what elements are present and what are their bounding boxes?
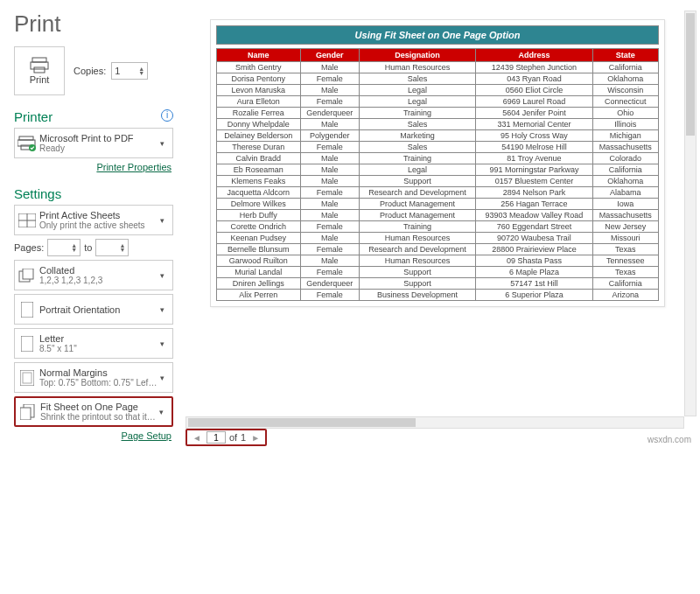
table-row: Donny WhelpdaleMaleSales331 Memorial Cen…	[217, 119, 659, 130]
table-cell: Female	[300, 96, 359, 108]
printer-heading: Printer i	[14, 109, 173, 124]
table-row: Murial LandalFemaleSupport6 Maple PlazaT…	[217, 267, 659, 278]
scaling-selector[interactable]: Fit Sheet on One Page Shrink the printou…	[14, 396, 173, 427]
table-cell: 95 Holy Cross Way	[476, 130, 593, 142]
table-row: Eb RoseamanMaleLegal991 Morningstar Park…	[217, 164, 659, 176]
svg-rect-2	[34, 67, 45, 73]
collation-selector[interactable]: Collated 1,2,3 1,2,3 1,2,3 ▾	[14, 260, 173, 290]
svg-rect-3	[19, 136, 33, 140]
collated-icon	[15, 269, 39, 283]
table-cell: Research and Development	[359, 187, 475, 199]
table-cell: 93903 Meadow Valley Road	[476, 210, 593, 221]
table-cell: Female	[300, 73, 359, 85]
table-cell: Iowa	[592, 199, 658, 210]
preview-table: NameGenderDesignationAddressState Smith …	[216, 48, 659, 301]
info-icon[interactable]: i	[161, 109, 173, 122]
table-title: Using Fit Sheet on One Page Option	[216, 25, 659, 45]
table-cell: 0560 Eliot Circle	[476, 85, 593, 96]
chevron-down-icon: ▾	[160, 139, 172, 148]
printer-selector[interactable]: Microsoft Print to PDF Ready ▾	[14, 128, 173, 158]
table-row: Bernelle BlunsumFemaleResearch and Devel…	[217, 244, 659, 255]
printer-name: Microsoft Print to PDF	[39, 133, 160, 143]
table-cell: Female	[300, 267, 359, 278]
table-cell: Dniren Jellings	[217, 278, 301, 290]
page-number-input[interactable]	[206, 431, 226, 444]
table-cell: Colorado	[592, 153, 658, 164]
orientation-selector[interactable]: Portrait Orientation ▾	[14, 294, 173, 325]
table-cell: Donny Whelpdale	[217, 119, 301, 130]
table-cell: 331 Memorial Center	[476, 119, 593, 130]
print-button-label: Print	[30, 74, 50, 85]
page-setup-link[interactable]: Page Setup	[14, 430, 172, 441]
printer-properties-link[interactable]: Printer Properties	[14, 162, 172, 172]
pages-label: Pages:	[14, 242, 44, 253]
copies-stepper[interactable]: 1 ▲▼	[111, 62, 148, 80]
chevron-down-icon: ▾	[159, 408, 172, 416]
table-row: Delmore WilkesMaleProduct Management256 …	[217, 199, 659, 210]
table-cell: Missouri	[592, 233, 658, 244]
table-cell: 6 Maple Plaza	[476, 267, 593, 278]
printer-icon	[30, 57, 49, 74]
table-row: Garwood RuiltonMaleHuman Resources09 Sha…	[217, 255, 659, 267]
table-cell: Human Resources	[359, 62, 475, 73]
table-cell: 09 Shasta Pass	[476, 255, 593, 267]
table-cell: Rozalie Ferrea	[217, 108, 301, 119]
table-cell: Jacquetta Aldcorn	[217, 187, 301, 199]
table-cell: Klemens Feaks	[217, 176, 301, 187]
table-cell: 28800 Prairieview Place	[476, 244, 593, 255]
svg-rect-1	[31, 62, 48, 69]
page-prev-icon[interactable]: ◄	[191, 433, 203, 443]
table-cell: Smith Gentry	[217, 62, 301, 73]
table-cell: Eb Roseaman	[217, 164, 301, 176]
page-total: 1	[241, 432, 246, 443]
table-cell: Delmore Wilkes	[217, 199, 301, 210]
svg-rect-17	[20, 408, 31, 420]
page-icon	[15, 336, 39, 352]
margins-icon	[15, 370, 39, 386]
table-cell: Human Resources	[359, 255, 475, 267]
pages-to-stepper[interactable]: ▲▼	[95, 239, 129, 256]
column-header: Address	[476, 49, 593, 62]
margins-selector[interactable]: Normal Margins Top: 0.75" Bottom: 0.75" …	[14, 362, 173, 393]
table-row: Keenan PudseyMaleHuman Resources90720 Wa…	[217, 233, 659, 244]
table-cell: Product Management	[359, 210, 475, 221]
table-cell: Male	[300, 164, 359, 176]
table-cell: Human Resources	[359, 233, 475, 244]
table-cell: Marketing	[359, 130, 475, 142]
table-cell: Massachusetts	[592, 142, 658, 153]
table-row: Levon MaruskaMaleLegal0560 Eliot CircleW…	[217, 85, 659, 96]
svg-rect-0	[32, 58, 46, 62]
paper-size-selector[interactable]: Letter 8.5" x 11" ▾	[14, 328, 173, 359]
table-cell: 2894 Nelson Park	[476, 187, 593, 199]
print-what-selector[interactable]: Print Active Sheets Only print the activ…	[14, 205, 173, 235]
sheets-icon	[15, 213, 39, 227]
table-row: Rozalie FerreaGenderqueerTraining5604 Je…	[217, 108, 659, 119]
page-navigator[interactable]: ◄ of 1 ►	[186, 429, 267, 446]
horizontal-scrollbar[interactable]	[186, 416, 684, 429]
print-button[interactable]: Print	[14, 46, 65, 95]
table-cell: Garwood Ruilton	[217, 255, 301, 267]
chevron-down-icon: ▾	[160, 374, 172, 382]
chevron-down-icon: ▾	[160, 271, 172, 280]
pages-to-label: to	[84, 242, 92, 253]
vertical-scrollbar[interactable]	[684, 10, 696, 416]
table-cell: Support	[359, 267, 475, 278]
table-cell: Wisconsin	[592, 85, 658, 96]
pages-from-stepper[interactable]: ▲▼	[47, 239, 80, 256]
printer-status: Ready	[39, 143, 160, 154]
table-cell: Support	[359, 176, 475, 187]
table-cell: Support	[359, 278, 475, 290]
table-cell: Texas	[592, 244, 658, 255]
page-next-icon[interactable]: ►	[249, 433, 262, 443]
watermark: wsxdn.com	[648, 435, 691, 444]
table-cell: Oklahoma	[592, 73, 658, 85]
table-cell: Training	[359, 108, 475, 119]
page-title: Print	[14, 10, 173, 38]
table-cell: Female	[300, 244, 359, 255]
column-header: Designation	[359, 49, 475, 62]
column-header: State	[592, 49, 658, 62]
table-cell: Arizona	[592, 290, 658, 301]
table-cell: Male	[300, 85, 359, 96]
table-cell: 991 Morningstar Parkway	[476, 164, 593, 176]
table-cell: Oklahoma	[592, 176, 658, 187]
